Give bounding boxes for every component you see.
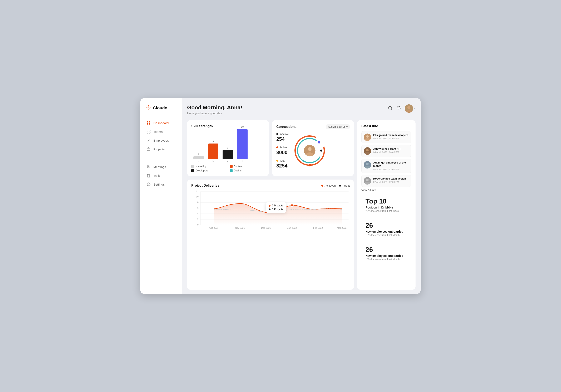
info-date-2: 03 April, 2021 | 02:00 PM	[373, 168, 409, 171]
svg-point-21	[320, 149, 322, 152]
user-avatar-wrapper[interactable]: ▾	[405, 104, 416, 113]
tooltip-achieved-text: 7 Projects	[272, 204, 283, 207]
legend-achieved: Achieved	[321, 184, 335, 187]
logo-text: Cloudo	[153, 106, 167, 110]
info-item-3: Robert joined team design 02 April, 2021…	[361, 175, 411, 187]
skill-strength-card: Skill Strength 1 a 5 b	[187, 120, 269, 176]
skill-strength-title: Skill Strength	[191, 124, 265, 128]
svg-text:Jan 2022: Jan 2022	[287, 227, 297, 229]
connections-content: Inactive 254 Active 3000	[276, 132, 350, 169]
bar-d	[237, 129, 248, 159]
svg-rect-11	[148, 174, 149, 175]
deliveries-title: Project Deliveries	[191, 184, 219, 188]
page-header: Good Morning, Anna! Hope you have a good…	[187, 104, 416, 115]
greeting-subtitle: Hope you have a good day	[187, 112, 242, 115]
donut-chart	[293, 134, 326, 167]
sidebar-divider	[149, 158, 173, 158]
notification-icon[interactable]	[396, 106, 401, 111]
connections-stats: Inactive 254 Active 3000	[276, 132, 289, 169]
bar-group-d: 10 d	[237, 126, 248, 162]
greeting-section: Good Morning, Anna! Hope you have a good…	[187, 104, 242, 115]
bar-group-a: 1 a	[193, 153, 204, 162]
svg-rect-3	[147, 123, 148, 125]
stat-total: Total 3254	[276, 159, 289, 169]
active-dot	[276, 147, 278, 148]
total-label: Total	[276, 159, 289, 162]
teams-icon	[146, 130, 151, 134]
top10-sublabel: 20% Increase from Last Week	[366, 210, 407, 212]
sidebar-item-label-meetings: Meetings	[153, 165, 166, 169]
svg-text:Mar 2022: Mar 2022	[337, 227, 346, 229]
legend-box-content	[230, 165, 233, 168]
svg-text:2: 2	[197, 218, 199, 220]
view-all-link[interactable]: View All Info	[361, 189, 411, 192]
legend-label-marketing: Marketing	[195, 165, 206, 168]
legend-content: Content	[230, 165, 265, 168]
onboard26-number-2: 26	[366, 246, 407, 253]
legend-design: Design	[230, 169, 265, 172]
legend-label-content: Content	[234, 165, 243, 168]
sidebar-item-settings[interactable]: Settings	[143, 180, 179, 189]
bar-label-b: b	[213, 160, 214, 162]
legend-developers: Developers	[191, 169, 227, 172]
svg-point-0	[148, 106, 149, 108]
logo: Cloudo	[140, 104, 182, 119]
svg-rect-4	[149, 123, 150, 125]
tooltip-target-dot	[269, 209, 270, 210]
svg-point-20	[318, 141, 320, 144]
legend-target: Target	[339, 184, 350, 187]
svg-text:10: 10	[196, 196, 199, 198]
top10-number: Top 10	[366, 198, 407, 204]
info-item-2: Adam got employee of the month 03 April,…	[361, 159, 411, 173]
svg-rect-5	[147, 130, 148, 131]
top10-label: Position in Dribbble	[366, 206, 407, 209]
svg-point-9	[148, 139, 150, 141]
chevron-down-icon: ▾	[414, 107, 416, 110]
svg-text:0: 0	[197, 224, 199, 226]
tooltip-target: 5 Projects	[269, 208, 283, 211]
date-picker[interactable]: Aug 25-Sept 25 ▾	[326, 124, 350, 129]
legend-box-marketing	[191, 165, 194, 168]
main-content: Good Morning, Anna! Hope you have a good…	[182, 98, 421, 294]
bar-c	[223, 150, 233, 159]
date-picker-chevron: ▾	[346, 125, 348, 128]
sidebar-item-tasks[interactable]: Tasks	[143, 171, 179, 180]
sidebar-navigation: Dashboard Teams	[140, 119, 182, 189]
bar-value-d: 10	[241, 126, 244, 128]
svg-rect-6	[149, 130, 150, 131]
app-container: Cloudo Dashboard	[140, 98, 421, 294]
search-icon[interactable]	[388, 106, 393, 111]
sidebar-item-employees[interactable]: Employees	[143, 136, 179, 145]
svg-point-19	[308, 164, 311, 166]
user-avatar	[405, 104, 413, 113]
tasks-icon	[146, 174, 151, 178]
info-name-1: Jenny joined team HR	[373, 147, 409, 151]
svg-point-23	[308, 147, 312, 151]
sidebar-item-teams[interactable]: Teams	[143, 127, 179, 136]
onboard26-label-1: New employees onboarded	[366, 230, 407, 233]
greeting-title: Good Morning, Anna!	[187, 104, 242, 111]
bar-value-b: 5	[213, 140, 214, 143]
sidebar-item-label-dashboard: Dashboard	[153, 121, 169, 125]
bar-value-c: 3	[227, 147, 228, 149]
info-date-0: 04 April, 2021 | 04:00 PM	[373, 137, 409, 140]
project-deliveries-card: Project Deliveries Achieved Target	[187, 180, 354, 290]
top10-card: Top 10 Position in Dribbble 20% Increase…	[361, 194, 411, 216]
svg-rect-1	[147, 121, 148, 122]
svg-text:12: 12	[196, 190, 199, 193]
bar-chart: 1 a 5 b 3 c	[191, 131, 265, 162]
svg-text:Oct 2021: Oct 2021	[209, 227, 219, 229]
chart-legend: Marketing Content Developers Design	[191, 165, 265, 172]
bar-value-a: 1	[198, 153, 199, 155]
active-value: 3000	[276, 149, 289, 155]
tooltip-target-text: 5 Projects	[272, 208, 283, 211]
svg-rect-7	[147, 132, 148, 133]
stat-active: Active 3000	[276, 146, 289, 155]
total-dot	[276, 160, 278, 162]
svg-point-35	[366, 179, 369, 181]
sidebar-item-meetings[interactable]: Meetings	[143, 163, 179, 171]
svg-text:6: 6	[197, 207, 199, 209]
sidebar-item-dashboard[interactable]: Dashboard	[143, 119, 179, 127]
logo-icon	[145, 104, 151, 111]
sidebar-item-projects[interactable]: Projects	[143, 145, 179, 153]
